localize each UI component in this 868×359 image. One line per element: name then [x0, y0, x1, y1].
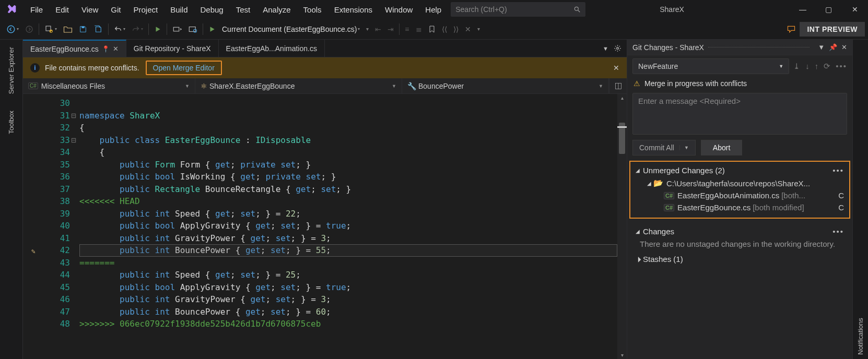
commit-message-input[interactable]: Enter a message <Required> [632, 93, 847, 135]
align-left-icon: ≡ [402, 22, 412, 37]
menu-extensions[interactable]: Extensions [328, 5, 379, 14]
menu-window[interactable]: Window [379, 5, 419, 14]
nav-forward-button[interactable] [22, 22, 37, 37]
unmerged-file-0[interactable]: C#EasterEggAboutAnimation.cs [both...C [632, 189, 847, 201]
overflow2-icon[interactable]: ▾ [474, 22, 483, 37]
current-document-dropdown[interactable]: Current Document (EasterEggBounce.cs) ▾ [219, 22, 363, 37]
csharp-file-icon: C# [664, 192, 674, 199]
panel-pin-icon[interactable]: 📌 [829, 43, 837, 51]
tab-1[interactable]: Git Repository - ShareX [126, 40, 219, 57]
unmerged-file-1[interactable]: C#EasterEggBounce.cs [both modified]C [632, 201, 847, 213]
save-button[interactable] [76, 22, 90, 37]
tab-dropdown-icon[interactable]: ▼ [603, 45, 608, 52]
unmerged-more-icon[interactable]: ••• [832, 166, 844, 175]
left-rail: Server Explorer Toolbox [0, 40, 23, 359]
run-current-button[interactable] [205, 22, 219, 37]
current-document-label: Current Document (EasterEggBounce.cs) [222, 25, 357, 33]
open-button[interactable] [60, 22, 76, 37]
pin-icon[interactable]: 📍 [102, 45, 110, 53]
svg-point-3 [26, 26, 32, 32]
bookmark-icon[interactable] [425, 22, 439, 37]
int-preview-button[interactable]: INT PREVIEW [800, 22, 865, 37]
git-changes-panel: Git Changes - ShareX ▼ 📌 ✕ NewFeature▼ ⤓… [627, 40, 852, 359]
browser-link-button[interactable] [185, 22, 201, 37]
split-editor-button[interactable] [609, 78, 627, 93]
branch-dropdown[interactable]: NewFeature▼ [632, 58, 789, 74]
open-merge-editor-link[interactable]: Open Merge Editor [146, 61, 222, 75]
csharp-icon: C# [28, 82, 38, 89]
abort-button[interactable]: Abort [701, 140, 742, 155]
menu-help[interactable]: Help [419, 5, 448, 14]
code-content[interactable]: ⊟namespace ShareX{⊟ public class EasterE… [74, 94, 617, 359]
menu-tools[interactable]: Tools [297, 5, 328, 14]
align-right-icon: ≣ [413, 22, 425, 37]
tab-close-icon[interactable]: ✕ [113, 45, 119, 53]
pull-icon[interactable]: ↓ [805, 62, 810, 71]
changes-more-icon[interactable]: ••• [832, 227, 844, 236]
breakpoint-gutter[interactable] [23, 94, 51, 359]
navigation-bar: C# Miscellaneous Files▼ ⚛ ShareX.EasterE… [23, 78, 627, 94]
panel-dropdown-icon[interactable]: ▼ [818, 43, 825, 51]
menu-project[interactable]: Project [127, 5, 164, 14]
project-dropdown[interactable]: C# Miscellaneous Files▼ [23, 78, 195, 93]
repo-folder-row[interactable]: ◢ 📂 C:\Users\tagherfa\source\repos\Share… [632, 177, 847, 189]
menu-test[interactable]: Test [230, 5, 257, 14]
fetch-icon[interactable]: ⤓ [793, 62, 800, 71]
vs-logo-icon [0, 4, 24, 15]
code-editor[interactable]: 30313233343536373839404142434445464748 ⊟… [23, 94, 627, 359]
bookmark-next-icon[interactable]: ⟩⟩ [450, 22, 462, 37]
class-dropdown[interactable]: ⚛ ShareX.EasterEggBounce▼ [195, 78, 402, 93]
tab-settings-icon[interactable] [614, 44, 621, 52]
unmerged-changes-section: ◢Unmerged Changes (2) ••• ◢ 📂 C:\Users\t… [629, 161, 850, 219]
save-all-button[interactable] [90, 22, 106, 37]
member-dropdown[interactable]: 🔧 BouncePower▼ [402, 78, 609, 93]
panel-close-icon[interactable]: ✕ [841, 43, 847, 51]
changes-header[interactable]: ◢Changes ••• [632, 225, 847, 238]
info-icon: i [30, 63, 40, 73]
svg-point-0 [575, 7, 579, 10]
document-tabs: EasterEggBounce.cs📍✕Git Repository - Sha… [23, 40, 627, 57]
redo-button[interactable]: ▾ [128, 22, 146, 37]
tab-0[interactable]: EasterEggBounce.cs📍✕ [23, 40, 126, 57]
bookmark-prev-icon[interactable]: ⟨⟨ [439, 22, 450, 37]
warning-icon: ⚠ [634, 79, 640, 88]
menu-file[interactable]: File [24, 5, 49, 14]
merge-conflict-message: File contains merge conflicts. [45, 64, 139, 72]
unmerged-header[interactable]: ◢Unmerged Changes (2) ••• [632, 164, 847, 177]
svg-point-2 [7, 26, 15, 33]
minimize-button[interactable]: ― [790, 5, 816, 14]
feedback-icon[interactable] [783, 22, 800, 37]
start-button[interactable] [151, 22, 165, 37]
indent-increase-icon: ⇥ [384, 22, 397, 37]
stashes-header[interactable]: ◢ Stashes (1) [632, 253, 847, 266]
commit-all-button[interactable]: Commit All▼ [632, 140, 696, 155]
svg-line-1 [578, 10, 580, 13]
search-input[interactable]: Search (Ctrl+Q) [451, 2, 585, 17]
toolbox-tab[interactable]: Toolbox [7, 106, 15, 138]
undo-button[interactable]: ▾ [111, 22, 128, 37]
tab-2[interactable]: EasterEggAb...Animation.cs [219, 40, 325, 57]
menu-view[interactable]: View [75, 5, 104, 14]
scrollbar[interactable]: ▴ ▾ [617, 94, 627, 359]
menu-git[interactable]: Git [104, 5, 127, 14]
attach-button[interactable] [169, 22, 185, 37]
app-name: ShareX [644, 5, 731, 14]
menu-edit[interactable]: Edit [49, 5, 75, 14]
nav-back-button[interactable]: ▾ [3, 22, 22, 37]
maximize-button[interactable]: ▢ [816, 5, 842, 14]
more-icon[interactable]: ••• [836, 62, 847, 71]
close-goldbar-button[interactable]: ✕ [613, 64, 619, 72]
overflow-icon[interactable]: ▾ [363, 22, 372, 37]
sync-icon[interactable]: ⟳ [824, 62, 830, 71]
bookmark-clear-icon[interactable]: ✕ [462, 22, 474, 37]
notifications-tab[interactable]: Notifications [857, 44, 864, 359]
menu-build[interactable]: Build [164, 5, 194, 14]
new-item-button[interactable]: ★▾ [41, 22, 60, 37]
menu-analyze[interactable]: Analyze [256, 5, 297, 14]
close-window-button[interactable]: ✕ [842, 5, 868, 14]
push-icon[interactable]: ↑ [815, 62, 819, 71]
svg-rect-7 [81, 26, 84, 28]
server-explorer-tab[interactable]: Server Explorer [7, 43, 15, 98]
menu-debug[interactable]: Debug [194, 5, 230, 14]
csharp-file-icon: C# [664, 204, 674, 211]
